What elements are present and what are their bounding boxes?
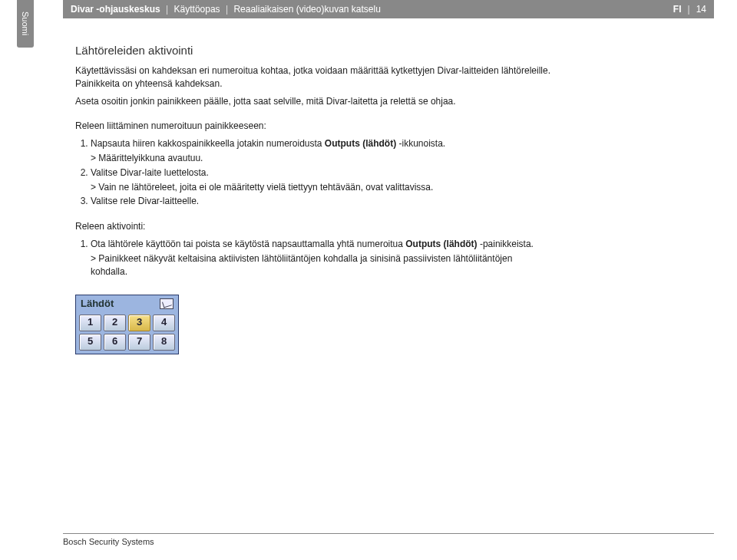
list-item: Ota lähtörele käyttöön tai poista se käy… bbox=[91, 238, 551, 278]
header-bar: Divar -ohjauskeskus | Käyttöopas | Reaal… bbox=[63, 0, 714, 18]
intro-paragraph-2: Aseta osoitin jonkin painikkeen päälle, … bbox=[75, 95, 551, 108]
breadcrumb-divider: | bbox=[226, 4, 228, 15]
step-text: Valitse Divar-laite luettelosta. bbox=[91, 167, 209, 178]
outputs-label: Outputs (lähdöt) bbox=[405, 239, 477, 249]
output-button-5[interactable]: 5 bbox=[79, 334, 101, 351]
page-number: 14 bbox=[696, 4, 706, 15]
output-button-7[interactable]: 7 bbox=[128, 334, 150, 351]
list-item: Napsauta hiiren kakkospainikkeella jotak… bbox=[91, 137, 551, 165]
list-item: Valitse Divar-laite luettelosta. > Vain … bbox=[91, 166, 551, 194]
language-tab: Suomi bbox=[17, 0, 34, 48]
outputs-panel: Lähdöt 12345678 bbox=[75, 295, 179, 354]
breadcrumb-divider: | bbox=[166, 4, 168, 15]
step-result: > Määrittelyikkuna avautuu. bbox=[91, 152, 551, 165]
section-activate-relay: Releen aktivointi: Ota lähtörele käyttöö… bbox=[75, 220, 551, 278]
step-text: Ota lähtörele käyttöön tai poista se käy… bbox=[91, 239, 405, 249]
outputs-label: Outputs (lähdöt) bbox=[325, 138, 396, 149]
step-text: Valitse rele Divar-laitteelle. bbox=[91, 196, 199, 206]
step-result: > Painikkeet näkyvät keltaisina aktiivis… bbox=[91, 252, 551, 278]
output-button-2[interactable]: 2 bbox=[104, 315, 126, 331]
content: Lähtöreleiden aktivointi Käytettävissäsi… bbox=[75, 42, 551, 354]
section-head-assign: Releen liittäminen numeroituun painikkee… bbox=[75, 120, 551, 133]
output-button-3[interactable]: 3 bbox=[128, 315, 150, 331]
header-page: FI | 14 bbox=[673, 4, 706, 15]
step-text: -ikkunoista. bbox=[396, 138, 445, 149]
breadcrumb-section: Reaaliaikaisen (video)kuvan katselu bbox=[233, 4, 380, 15]
page-title: Lähtöreleiden aktivointi bbox=[75, 42, 551, 58]
output-button-6[interactable]: 6 bbox=[104, 334, 126, 351]
step-text: -painikkeista. bbox=[478, 239, 534, 249]
page-divider: | bbox=[688, 4, 690, 15]
activate-steps: Ota lähtörele käyttöön tai poista se käy… bbox=[75, 238, 551, 278]
footer-text: Bosch Security Systems bbox=[63, 537, 154, 546]
breadcrumb-doc: Käyttöopas bbox=[174, 4, 220, 15]
output-button-4[interactable]: 4 bbox=[153, 315, 175, 331]
output-button-8[interactable]: 8 bbox=[153, 334, 175, 351]
outputs-title-row: Lähdöt bbox=[78, 297, 177, 312]
step-result: > Vain ne lähtöreleet, joita ei ole määr… bbox=[91, 181, 551, 194]
output-button-1[interactable]: 1 bbox=[79, 315, 101, 331]
section-assign-relay: Releen liittäminen numeroituun painikkee… bbox=[75, 120, 551, 208]
lang-label: FI bbox=[673, 4, 682, 15]
footer: Bosch Security Systems bbox=[63, 533, 714, 546]
breadcrumb-product: Divar -ohjauskeskus bbox=[71, 4, 160, 15]
list-item: Valitse rele Divar-laitteelle. bbox=[91, 195, 551, 208]
assign-steps: Napsauta hiiren kakkospainikkeella jotak… bbox=[75, 137, 551, 208]
breadcrumb: Divar -ohjauskeskus | Käyttöopas | Reaal… bbox=[71, 4, 673, 15]
configure-icon[interactable] bbox=[160, 298, 174, 309]
intro-paragraph-1: Käytettävissäsi on kahdeksan eri numeroi… bbox=[75, 64, 551, 91]
outputs-title: Lähdöt bbox=[81, 297, 114, 311]
section-head-activate: Releen aktivointi: bbox=[75, 220, 551, 233]
outputs-button-grid: 12345678 bbox=[78, 313, 177, 352]
step-text: Napsauta hiiren kakkospainikkeella jotak… bbox=[91, 138, 325, 149]
